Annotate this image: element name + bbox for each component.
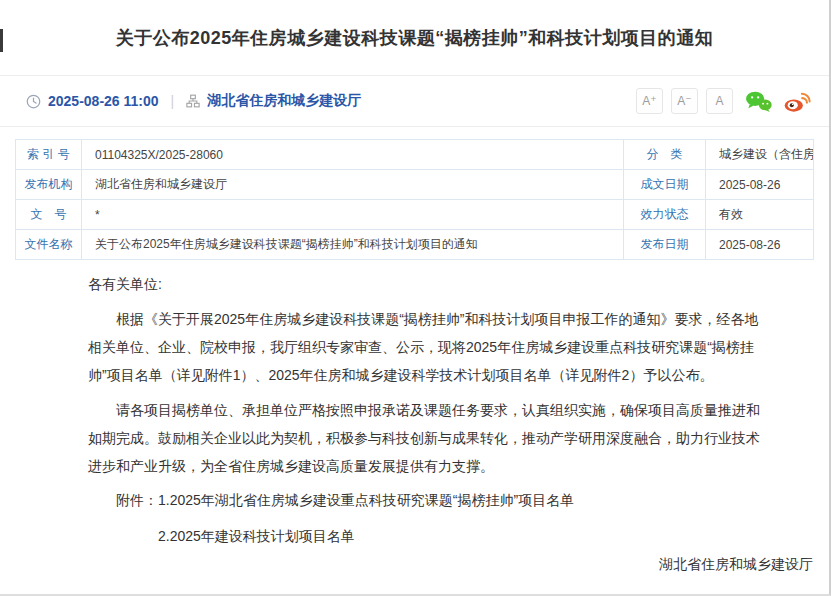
table-row: 文件名称 关于公布2025年住房城乡建设科技课题“揭榜挂帅”和科技计划项目的通知… [16, 230, 814, 260]
weibo-share-icon[interactable] [784, 90, 811, 113]
field-label-category: 分 类 [624, 140, 706, 170]
attachment-item-2: 2.2025年建设科技计划项目名单 [88, 522, 763, 550]
field-value-issuing-agency: 湖北省住房和城乡建设厅 [82, 170, 624, 200]
meta-bar: 2025-08-26 11:00 | 湖北省住房和城乡建设厅 A⁺ A⁻ A [0, 76, 829, 127]
field-label-publish-date: 发布日期 [624, 230, 706, 260]
wechat-share-icon[interactable] [745, 90, 772, 113]
field-label-index-number: 索 引 号 [16, 140, 82, 170]
field-value-category: 城乡建设（含住房） [706, 140, 814, 170]
document-body: 各有关单位: 根据《关于开展2025年住房城乡建设科技课题“揭榜挂帅”和科技计划… [88, 270, 763, 550]
table-row: 文 号 * 效力状态 有效 [16, 200, 814, 230]
table-row: 索 引 号 01104325X/2025-28060 分 类 城乡建设（含住房） [16, 140, 814, 170]
title-bar: 关于公布2025年住房城乡建设科技课题“揭榜挂帅”和科技计划项目的通知 [0, 0, 829, 76]
page-title: 关于公布2025年住房城乡建设科技课题“揭榜挂帅”和科技计划项目的通知 [116, 26, 714, 50]
field-value-written-date: 2025-08-26 [706, 170, 814, 200]
issuing-agency-signature: 湖北省住房和城乡建设厅 [0, 550, 813, 578]
field-label-written-date: 成文日期 [624, 170, 706, 200]
attachment-item-1: 1.2025年湖北省住房城乡建设重点科技研究课题“揭榜挂帅”项目名单 [158, 492, 574, 508]
meta-left: 2025-08-26 11:00 | 湖北省住房和城乡建设厅 [26, 92, 361, 110]
source-link[interactable]: 湖北省住房和城乡建设厅 [207, 92, 361, 110]
font-reset-button[interactable]: A [706, 88, 733, 114]
field-label-doc-number: 文 号 [16, 200, 82, 230]
salutation: 各有关单位: [88, 270, 763, 298]
field-value-publish-date: 2025-08-26 [706, 230, 814, 260]
attachments-label: 附件： [116, 492, 158, 508]
paragraph-1: 根据《关于开展2025年住房城乡建设科技课题“揭榜挂帅”和科技计划项目申报工作的… [88, 305, 763, 389]
attachments-line: 附件：1.2025年湖北省住房城乡建设重点科技研究课题“揭榜挂帅”项目名单 [88, 486, 763, 514]
issue-date: 2025年8月26日 [0, 587, 813, 596]
paragraph-2: 请各项目揭榜单位、承担单位严格按照申报承诺及课题任务要求，认真组织实施，确保项目… [88, 396, 763, 480]
field-label-validity-status: 效力状态 [624, 200, 706, 230]
field-label-doc-title: 文件名称 [16, 230, 82, 260]
field-value-validity-status: 有效 [706, 200, 814, 230]
window-edge-artifact [0, 29, 3, 52]
table-row: 发布机构 湖北省住房和城乡建设厅 成文日期 2025-08-26 [16, 170, 814, 200]
field-label-issuing-agency: 发布机构 [16, 170, 82, 200]
notice-page: 关于公布2025年住房城乡建设科技课题“揭榜挂帅”和科技计划项目的通知 2025… [0, 0, 831, 596]
meta-separator: | [171, 93, 175, 109]
signature-block: 湖北省住房和城乡建设厅 2025年8月26日 [0, 550, 813, 596]
font-increase-button[interactable]: A⁺ [636, 88, 663, 114]
clock-icon [26, 94, 41, 109]
field-value-index-number: 01104325X/2025-28060 [82, 140, 624, 170]
publish-datetime: 2025-08-26 11:00 [48, 93, 159, 109]
field-value-doc-title: 关于公布2025年住房城乡建设科技课题“揭榜挂帅”和科技计划项目的通知 [82, 230, 624, 260]
font-decrease-button[interactable]: A⁻ [671, 88, 698, 114]
meta-right: A⁺ A⁻ A [628, 88, 811, 114]
org-icon [186, 94, 200, 108]
document-info-table: 索 引 号 01104325X/2025-28060 分 类 城乡建设（含住房）… [15, 139, 814, 260]
field-value-doc-number: * [82, 200, 624, 230]
